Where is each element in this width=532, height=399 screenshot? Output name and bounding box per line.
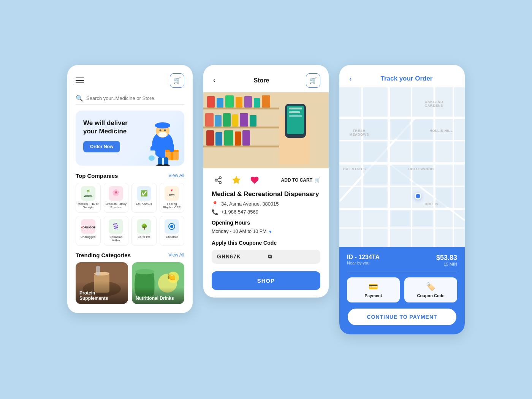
svg-rect-60: [205, 113, 214, 127]
company-name-undrugged: Undrugged: [81, 235, 96, 239]
company-logo-bracken: 🌸: [109, 186, 123, 201]
company-logo-medical-thc: 🌿MEDICAL: [81, 186, 95, 201]
svg-line-83: [217, 178, 219, 179]
svg-point-45: [135, 269, 154, 274]
hero-title: We will deliver your Medicine: [83, 119, 136, 136]
svg-text:🍋: 🍋: [167, 273, 176, 281]
hamburger-menu[interactable]: [76, 78, 84, 84]
screen-store: ‹ Store 🛒: [203, 65, 329, 298]
svg-rect-99: [364, 120, 387, 139]
store-cart-icon: 🛒: [309, 77, 317, 84]
category-drinks[interactable]: 🍋 Nutritional Drinks: [132, 262, 184, 304]
payment-action-button[interactable]: 💳 Payment: [347, 277, 400, 302]
store-info: Medical & Recreational Dispensary 📍 34, …: [203, 190, 329, 240]
company-card-lifeomic[interactable]: LifeOmic: [160, 216, 185, 246]
svg-rect-52: [203, 146, 279, 147]
company-card-canadian[interactable]: ⚕️ Canadian Valley: [104, 216, 129, 246]
svg-rect-102: [364, 142, 387, 162]
svg-point-81: [219, 181, 222, 184]
category-protein[interactable]: Protein Supplements: [76, 262, 128, 304]
svg-rect-70: [242, 130, 250, 146]
company-card-bracken[interactable]: 🌸 Bracken Family Practice: [104, 183, 129, 213]
top-companies-header: Top Companies View All: [67, 173, 193, 183]
company-logo-undrugged: UNDRUGGED: [81, 219, 95, 234]
share-button[interactable]: [212, 174, 225, 187]
home-header: 🛒: [67, 65, 193, 92]
coupon-icon: 🏷️: [426, 282, 435, 291]
company-logo-canadian: ⚕️: [109, 219, 123, 234]
trending-view-all[interactable]: View All: [168, 252, 184, 258]
svg-rect-56: [236, 97, 242, 108]
svg-text:CPR: CPR: [169, 194, 175, 196]
svg-rect-109: [391, 211, 410, 226]
company-card-medical-thc[interactable]: 🌿MEDICAL Medical THC of Georgia: [76, 183, 101, 213]
companies-grid: 🌿MEDICAL Medical THC of Georgia 🌸 Bracke…: [67, 183, 193, 252]
company-card-carefirst[interactable]: 🌳 CareFirst: [131, 216, 157, 246]
company-name-carefirst: CareFirst: [138, 235, 150, 239]
coupon-section-label: Apply this Coupone Code: [212, 240, 320, 246]
svg-rect-73: [287, 106, 304, 134]
shop-button[interactable]: SHOP: [212, 271, 320, 290]
svg-rect-110: [413, 211, 432, 226]
company-card-undrugged[interactable]: UNDRUGGED Undrugged: [76, 216, 101, 246]
top-companies-view-all[interactable]: View All: [168, 173, 184, 178]
cart-icon: 🛒: [173, 77, 181, 84]
svg-point-18: [81, 187, 95, 200]
favorite-button[interactable]: [230, 174, 243, 187]
opening-hours-text: Monday - 10 AM to 10 PM: [212, 229, 267, 234]
store-actions: ADD TO CART 🛒: [203, 168, 329, 190]
company-name-lifeomic: LifeOmic: [166, 235, 178, 239]
svg-line-82: [217, 180, 219, 182]
categories-grid: Protein Supplements 🍋 Nutritional Dr: [67, 262, 193, 306]
svg-rect-106: [413, 165, 432, 184]
coupon-section: Apply this Coupone Code GHN67K ⧉: [203, 240, 329, 269]
company-card-empower[interactable]: ✅ EMPOWER: [131, 183, 157, 213]
company-logo-carefirst: 🌳: [137, 219, 151, 234]
store-cart-button[interactable]: 🛒: [306, 73, 320, 88]
search-bar[interactable]: 🔍: [76, 95, 184, 104]
svg-rect-57: [244, 96, 252, 108]
phone-icon: 📞: [212, 209, 218, 215]
add-to-cart-button[interactable]: ADD TO CART 🛒: [281, 177, 320, 183]
svg-rect-51: [203, 127, 279, 128]
dropdown-icon[interactable]: ▾: [269, 229, 272, 234]
order-divider: [347, 272, 457, 272]
search-input[interactable]: [86, 95, 184, 101]
store-image: [203, 92, 329, 168]
store-address: 34, Asma Avenue, 380015: [221, 201, 279, 207]
continue-to-payment-button[interactable]: CONTINUE To PAYMENT: [347, 308, 457, 326]
order-subtitle: Near by you: [347, 261, 380, 265]
hero-text: We will deliver your Medicine Order Now: [83, 119, 177, 152]
svg-rect-75: [289, 111, 300, 113]
opening-hours-label: Opening Hours: [212, 220, 320, 226]
back-button[interactable]: ‹: [212, 75, 217, 86]
svg-rect-61: [215, 115, 222, 127]
hero-banner: We will deliver your Medicine Order Now: [76, 111, 184, 166]
store-header-title: Store: [254, 77, 269, 84]
svg-point-17: [162, 164, 170, 166]
order-now-button[interactable]: Order Now: [83, 141, 120, 152]
svg-rect-108: [436, 188, 451, 207]
svg-rect-65: [250, 115, 256, 127]
screen-track: ‹ Track your Order: [339, 65, 465, 334]
copy-icon[interactable]: ⧉: [268, 253, 315, 260]
coupon-label: Coupon Code: [417, 293, 444, 298]
order-time: 15 MIN: [436, 262, 457, 266]
company-card-cpr[interactable]: ♥CPR Feeling Rhythm CPR: [160, 183, 185, 213]
company-name-bracken: Bracken Family Practice: [106, 202, 127, 209]
svg-rect-107: [364, 188, 387, 207]
cart-button[interactable]: 🛒: [170, 73, 184, 88]
company-name-canadian: Canadian Valley: [106, 235, 127, 242]
coupon-code-value: GHN67K: [217, 253, 264, 260]
like-button[interactable]: [248, 174, 261, 187]
svg-text:⚕️: ⚕️: [112, 223, 120, 230]
company-logo-lifeomic: [165, 219, 179, 234]
track-back-button[interactable]: ‹: [348, 73, 353, 84]
coupon-action-button[interactable]: 🏷️ Coupon Code: [404, 277, 457, 302]
svg-rect-104: [364, 165, 387, 184]
location-dot: [415, 193, 421, 200]
svg-rect-100: [391, 120, 410, 139]
svg-rect-53: [207, 96, 215, 108]
svg-text:🌳: 🌳: [141, 223, 147, 230]
svg-point-79: [219, 176, 222, 179]
